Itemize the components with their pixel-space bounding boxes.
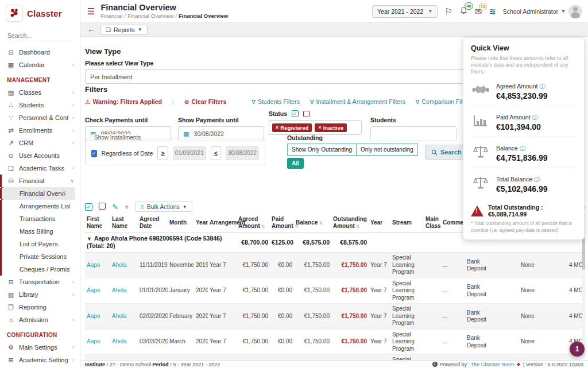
sidebar-item-financial[interactable]: Financial ∨ — [0, 175, 80, 187]
info-icon[interactable]: ⓘ — [520, 145, 525, 152]
sidebar-item-list-of-payers[interactable]: List of Payers — [0, 238, 80, 250]
sidebar-item-cheques-promissory-notes[interactable]: Cheques / Promissory Notes — [0, 263, 80, 276]
sidebar-item-academic-tasks[interactable]: Academic Tasks ‹ — [0, 162, 80, 175]
info-icon[interactable]: ⓘ — [539, 83, 545, 90]
sidebar-item-admission[interactable]: Admission ‹ — [0, 313, 80, 326]
breadcrumb-item[interactable]: Financial — [100, 13, 122, 19]
table-row[interactable]: Aapo Ahola 02/02/2020 February 2020 Year… — [85, 304, 585, 330]
comments-cell[interactable]: ... — [441, 278, 465, 304]
edit-icon[interactable]: ✎ — [112, 203, 118, 211]
back-button[interactable]: ← — [87, 25, 95, 34]
to-date-input[interactable]: 30/08/2022 — [226, 146, 259, 160]
breadcrumb-item[interactable]: Financial Overview — [127, 13, 173, 19]
classter-team-link[interactable]: The Classter Team — [471, 362, 514, 367]
info-icon[interactable]: ⓘ — [534, 176, 540, 183]
column-header[interactable]: Outstanding Amount — [331, 214, 369, 233]
period-switch-icon[interactable]: ≋ — [489, 7, 496, 16]
sidebar-item-classes[interactable]: Classes ‹ — [0, 86, 80, 99]
comments-cell[interactable]: ... — [441, 355, 465, 360]
sidebar-item-library[interactable]: Library ‹ — [0, 288, 80, 301]
column-header[interactable]: Year — [369, 214, 390, 233]
deselect-all-icon[interactable] — [303, 111, 310, 117]
sidebar-item-mass-billing[interactable]: Mass Billing — [0, 225, 80, 238]
app-logo[interactable]: Classter — [0, 0, 80, 25]
sidebar-item-personnel-contacts[interactable]: Personnel & Contacts ‹ — [0, 111, 80, 124]
scrollbar-thumb[interactable] — [582, 238, 585, 270]
notifications-bell-icon[interactable]: 46 — [459, 6, 468, 16]
table-row[interactable]: Aapo Ahola 11/11/2019 November 2019 Year… — [85, 253, 585, 278]
deselect-rows-icon[interactable] — [99, 203, 106, 211]
bulk-actions-button[interactable]: ≡ Bulk Actions ▼ — [135, 202, 192, 212]
only-not-outstanding-button[interactable]: Only not outstanding — [357, 144, 418, 156]
status-tags-input[interactable]: ×Registered ×Inactive — [269, 120, 362, 135]
last-name-link[interactable]: Ahola — [112, 313, 127, 319]
column-header[interactable]: Last Name — [110, 214, 138, 233]
flag-icon[interactable]: ⚐ — [444, 7, 452, 16]
sidebar-item-enrollments[interactable]: Enrollments ‹ — [0, 124, 80, 137]
sidebar-item-calendar[interactable]: Calendar ‹ — [0, 59, 80, 71]
column-header[interactable]: Balance — [294, 214, 331, 233]
first-name-link[interactable]: Aapo — [87, 287, 100, 293]
column-header[interactable]: Year — [194, 214, 208, 233]
last-name-link[interactable]: Ahola — [112, 262, 127, 268]
from-date-input[interactable]: 01/09/2021 — [173, 146, 206, 160]
column-header[interactable]: Agreed Amount — [237, 214, 270, 233]
remove-tag-icon[interactable]: × — [318, 125, 321, 130]
select-all-icon[interactable]: ✓ — [292, 110, 299, 117]
sidebar-item-dashboard[interactable]: Dashboard — [0, 46, 80, 59]
first-name-link[interactable]: Aapo — [87, 338, 100, 344]
column-header[interactable]: Arrangement — [208, 214, 237, 233]
status-tag-inactive[interactable]: ×Inactive — [315, 123, 347, 132]
column-header[interactable]: First Name — [85, 214, 110, 233]
comments-cell[interactable]: ... — [441, 253, 465, 278]
sidebar-search-input[interactable] — [7, 30, 73, 41]
sidebar-item-academic-settings[interactable]: Academic Settings ‹ — [0, 354, 80, 366]
column-header[interactable]: Agreed Date — [138, 214, 168, 233]
sidebar-item-transportation[interactable]: Transportation ‹ — [0, 276, 80, 288]
regardless-of-date-checkbox[interactable]: ✓ — [91, 150, 97, 157]
user-menu[interactable]: School Administrator ▼ — [503, 5, 582, 18]
first-name-link[interactable]: Aapo — [87, 313, 100, 319]
first-name-link[interactable]: Aapo — [87, 262, 100, 268]
feedback-floating-badge[interactable]: 1 — [570, 342, 585, 357]
column-header[interactable]: Month — [168, 214, 194, 233]
academic-year-selector[interactable]: Year 2021 - 2022 ▼ — [372, 5, 438, 18]
sidebar-item-private-sessions[interactable]: Private Sessions — [0, 250, 80, 263]
all-button[interactable]: All — [287, 158, 304, 169]
column-header[interactable]: Stream — [390, 214, 424, 233]
sidebar-item-financial-overview[interactable]: Financial Overview — [0, 187, 75, 200]
sidebar-section-management[interactable]: MANAGEMENT — [0, 71, 80, 86]
move-icon[interactable]: ⌖ — [125, 203, 129, 211]
info-icon[interactable]: ⓘ — [532, 114, 538, 121]
clear-filters-button[interactable]: ⊘Clear Filters — [184, 98, 227, 105]
select-all-rows-icon[interactable]: ✓ — [85, 203, 92, 211]
sidebar-item-arrangements-list[interactable]: Arrangements List — [0, 200, 80, 212]
show-only-outstanding-button[interactable]: Show Only Outstanding — [287, 144, 357, 156]
sidebar-item-reporting[interactable]: Reporting — [0, 301, 80, 313]
messages-icon[interactable]: ✉ 74 — [475, 7, 482, 16]
last-name-link[interactable]: Ahola — [112, 287, 127, 293]
table-row[interactable]: Aapo Ahola 01/11/2020 November 2020 Book… — [85, 355, 585, 360]
sidebar-item-main-settings[interactable]: Main Settings ‹ — [0, 341, 80, 354]
search-button[interactable]: Search — [425, 145, 468, 160]
status-tag-registered[interactable]: ×Registered — [272, 123, 312, 132]
column-header[interactable]: Main Class — [424, 214, 441, 233]
comments-cell[interactable]: ... — [441, 329, 465, 355]
students-filters-button[interactable]: ∇Students Filters — [252, 98, 300, 105]
sidebar-item-students[interactable]: Students ‹ — [0, 99, 80, 111]
remove-tag-icon[interactable]: × — [276, 125, 278, 130]
menu-toggle-icon[interactable]: ☰ — [87, 6, 95, 17]
sidebar-item-crm[interactable]: CRM ‹ — [0, 137, 80, 149]
comments-cell[interactable]: ... — [441, 304, 465, 330]
column-header[interactable]: Paid Amount — [270, 214, 294, 233]
last-name-link[interactable]: Ahola — [112, 338, 127, 344]
column-header[interactable]: Comments — [441, 214, 465, 233]
sidebar-item-transactions[interactable]: Transactions — [0, 212, 80, 225]
collapse-chevron-icon[interactable]: ▼ — [87, 236, 92, 242]
installment-arrangement-filters-button[interactable]: ∇Installment & Arrangement Filters — [310, 98, 405, 105]
table-row[interactable]: Aapo Ahola 01/01/2020 January 2020 Year … — [85, 278, 585, 304]
reports-dropdown-button[interactable]: ❏ Reports ▼ — [100, 25, 148, 35]
table-row[interactable]: Aapo Ahola 03/03/2020 March 2020 Year 7 … — [85, 329, 585, 355]
sidebar-section-configuration[interactable]: CONFIGURATION — [0, 326, 80, 341]
sidebar-item-user-accounts[interactable]: User Accounts — [0, 149, 80, 162]
